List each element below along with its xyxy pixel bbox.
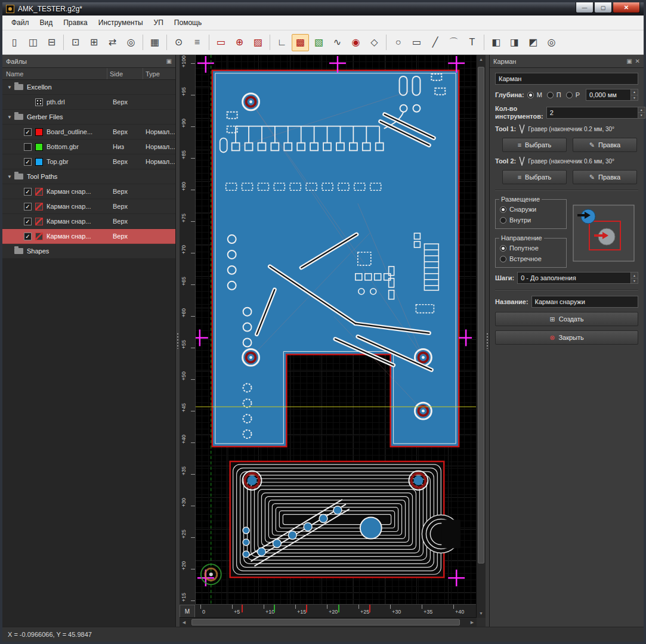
spline-tool-button[interactable]: ∿ <box>329 34 346 51</box>
steps-input[interactable] <box>517 272 630 284</box>
tree-group-gerber-files[interactable]: ▼Gerber Files <box>2 110 175 125</box>
scroll-up-icon[interactable]: ▲ <box>477 55 486 64</box>
tree-row[interactable]: ✓Карман снар...Верх <box>2 199 175 214</box>
menu-file[interactable]: Файл <box>6 17 35 29</box>
placement-option[interactable]: Внутри <box>500 216 562 224</box>
tree-row[interactable]: ✓Карман снар...Верх <box>2 229 175 244</box>
union-shapes-button[interactable]: ◧ <box>487 34 505 51</box>
pcb-canvas[interactable] <box>180 55 486 627</box>
menu-nc-program[interactable]: УП <box>149 17 169 29</box>
spin-down-icon[interactable]: ▼ <box>631 278 638 284</box>
column-name[interactable]: Name <box>2 68 107 79</box>
tree-row[interactable]: ✓Board_outline...ВерхНормал... <box>2 125 175 140</box>
intersect-shapes-button[interactable]: ◩ <box>524 34 542 51</box>
expander-icon[interactable]: ▼ <box>5 174 14 179</box>
spin-up-icon[interactable]: ▲ <box>631 89 638 95</box>
tools-count-input[interactable] <box>546 107 638 119</box>
spin-down-icon[interactable]: ▼ <box>638 113 645 118</box>
depth-option[interactable]: П <box>547 91 561 98</box>
select-tool-button[interactable]: ⊡ <box>67 34 84 51</box>
minimize-button[interactable]: — <box>576 2 594 13</box>
mirror-tool-button[interactable]: ⇄ <box>104 34 121 51</box>
scroll-left-icon[interactable]: ◀ <box>180 618 188 627</box>
scroll-down-icon[interactable]: ▼ <box>477 609 486 618</box>
tree-row[interactable]: ✓Карман снар...Верх <box>2 184 175 199</box>
pocket-name-input[interactable] <box>495 73 638 85</box>
draw-arc-button[interactable]: ⌒ <box>445 34 462 51</box>
vertical-scroll-thumb[interactable] <box>478 67 484 564</box>
machine-settings-button[interactable]: ⊙ <box>170 34 187 51</box>
tool2-choose-button[interactable]: ≡Выбрать <box>502 170 567 184</box>
expander-icon[interactable]: ▼ <box>5 114 14 120</box>
tree-group-excellon[interactable]: ▼Excellon <box>2 80 175 95</box>
contour-toolpath-button[interactable]: ▭ <box>212 34 230 51</box>
visibility-checkbox[interactable]: ✓ <box>24 203 32 210</box>
menu-tools[interactable]: Инструменты <box>93 17 149 29</box>
menu-help[interactable]: Помощь <box>169 17 207 29</box>
draw-line-button[interactable]: ╱ <box>426 34 444 51</box>
hatch-toolpath-button[interactable]: ▨ <box>249 34 267 51</box>
float-panel-icon[interactable]: ▣ <box>626 58 632 64</box>
depth-option[interactable]: Р <box>566 91 580 98</box>
visibility-checkbox[interactable]: ✓ <box>24 218 32 225</box>
column-type[interactable]: Type <box>143 68 175 79</box>
spin-down-icon[interactable]: ▼ <box>631 95 638 101</box>
transform-tool-button[interactable]: ⊞ <box>85 34 103 51</box>
region-select-button[interactable]: ◇ <box>366 34 383 51</box>
tool1-choose-button[interactable]: ≡Выбрать <box>502 138 567 152</box>
vertical-scrollbar[interactable]: ▲ ▼ <box>476 55 486 618</box>
close-pocket-button[interactable]: ⊗ Закрыть <box>495 330 638 345</box>
subtract-shapes-button[interactable]: ◨ <box>506 34 523 51</box>
tree-row[interactable]: Bottom.gbrНизНормал... <box>2 140 175 154</box>
visibility-checkbox[interactable] <box>24 143 32 151</box>
open-project-button[interactable]: ◫ <box>24 34 42 51</box>
tree-group-shapes[interactable]: Shapes <box>2 244 175 259</box>
direction-option[interactable]: Встречное <box>500 255 562 262</box>
menu-edit[interactable]: Правка <box>58 17 93 29</box>
depth-value-input[interactable] <box>586 89 630 101</box>
circle-toolpath-button[interactable]: ◉ <box>347 34 364 51</box>
visibility-checkbox[interactable]: ✓ <box>24 233 32 240</box>
ruler-unit-button[interactable]: М <box>180 605 195 618</box>
menu-view[interactable]: Вид <box>35 17 58 29</box>
scroll-right-icon[interactable]: ▶ <box>468 618 477 627</box>
spin-up-icon[interactable]: ▲ <box>631 273 638 278</box>
depth-option[interactable]: М <box>527 91 542 98</box>
array-copy-button[interactable]: ▦ <box>146 34 163 51</box>
titlebar[interactable]: AMK_TESTER.g2g* — ▢ ✕ <box>2 2 644 16</box>
tree-row[interactable]: ✓Top.gbrВерхНормал... <box>2 154 175 169</box>
maximize-button[interactable]: ▢ <box>594 2 612 13</box>
visibility-checkbox[interactable]: ✓ <box>24 128 32 136</box>
draw-text-button[interactable]: T <box>463 34 481 51</box>
create-button[interactable]: ⊞ Создать <box>495 312 638 326</box>
tool1-edit-button[interactable]: ✎Правка <box>573 138 637 152</box>
new-project-button[interactable]: ▯ <box>6 34 23 51</box>
measure-tool-button[interactable]: ∟ <box>273 34 290 51</box>
pocket-toolpath-button[interactable]: ▩ <box>292 34 309 51</box>
right-splitter[interactable] <box>486 55 489 627</box>
result-name-input[interactable] <box>531 296 638 308</box>
placement-option[interactable]: Снаружи <box>500 206 562 213</box>
drill-toolpath-button[interactable]: ⊕ <box>231 34 248 51</box>
spin-up-icon[interactable]: ▲ <box>638 107 645 113</box>
draw-rect-button[interactable]: ▭ <box>408 34 425 51</box>
tree-group-tool-paths[interactable]: ▼Tool Paths <box>2 169 175 184</box>
rotate-tool-button[interactable]: ◎ <box>122 34 140 51</box>
spiral-tool-button[interactable]: ◎ <box>543 34 560 51</box>
close-panel-icon[interactable]: ✕ <box>635 58 640 64</box>
gcode-editor-button[interactable]: ≡ <box>188 34 206 51</box>
close-button[interactable]: ✕ <box>613 2 640 13</box>
expander-icon[interactable]: ▼ <box>5 85 14 90</box>
tool2-edit-button[interactable]: ✎Правка <box>573 170 637 184</box>
column-side[interactable]: Side <box>107 68 143 79</box>
horizontal-scroll-thumb[interactable] <box>191 619 460 626</box>
tree-row[interactable]: ✓Карман снар...Верх <box>2 214 175 229</box>
canvas-area[interactable]: +100+95+90+85+80+75+70+65+60+55+50+45+40… <box>180 55 486 627</box>
direction-option[interactable]: Попутное <box>500 244 562 252</box>
save-project-button[interactable]: ⊟ <box>43 34 60 51</box>
horizontal-scrollbar[interactable]: ◀ ▶ <box>180 617 477 627</box>
tree-row[interactable]: pth.drlВерх <box>2 95 175 110</box>
visibility-checkbox[interactable]: ✓ <box>24 188 32 196</box>
float-panel-icon[interactable]: ▣ <box>166 58 172 64</box>
draw-circle-button[interactable]: ○ <box>390 34 407 51</box>
